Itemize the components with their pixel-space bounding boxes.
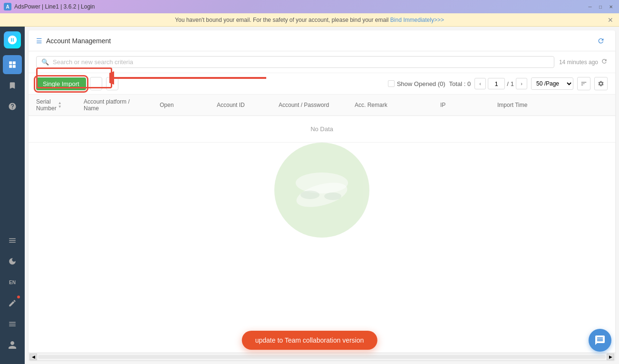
sidebar-item-list[interactable] — [3, 231, 22, 250]
last-refresh-info: 14 minutes ago — [559, 58, 608, 66]
sidebar-item-bookmarks[interactable] — [3, 76, 22, 95]
panel-title: Account Management — [46, 37, 111, 45]
settings-button[interactable] — [594, 77, 608, 90]
sidebar-item-theme[interactable] — [3, 252, 22, 271]
sort-arrows-serial: ▲▼ — [58, 101, 62, 109]
search-icon: 🔍 — [41, 58, 49, 66]
page-input[interactable] — [488, 78, 505, 89]
panel-title-icon: ☰ — [36, 37, 42, 45]
help-icon — [8, 102, 17, 111]
sidebar-item-help[interactable] — [3, 97, 22, 116]
watermark-circle — [274, 143, 369, 238]
search-bar: 🔍 14 minutes ago — [29, 51, 615, 73]
col-import-time: Import Time — [497, 98, 608, 112]
pagination: ‹ / 1 › — [474, 78, 527, 89]
title-bar-left: A AdsPower | Line1 | 3.6.2 | Login — [4, 3, 95, 10]
col-platform: Account platform /Name — [84, 98, 160, 112]
sidebar-item-language[interactable]: EN — [3, 273, 22, 292]
settings-icon — [598, 80, 604, 87]
sidebar-item-menu[interactable] — [3, 315, 22, 334]
col-ip-label: IP — [440, 102, 445, 108]
account-icon — [8, 340, 17, 350]
title-bar-controls: ─ □ ✕ — [586, 2, 615, 11]
scrollbar-right-button[interactable]: ▶ — [607, 354, 614, 360]
search-input-wrapper: 🔍 — [36, 56, 554, 68]
col-import-time-label: Import Time — [497, 102, 527, 108]
show-opened: Show Opened (0) — [388, 80, 445, 87]
sidebar-bottom: EN — [3, 231, 22, 359]
table-header: SerialNumber ▲▼ Account platform /Name O… — [29, 95, 615, 116]
notification-close-icon[interactable]: ✕ — [608, 16, 613, 24]
chat-button[interactable] — [589, 329, 611, 352]
close-button[interactable]: ✕ — [607, 2, 615, 11]
menu-icon — [8, 320, 17, 328]
content-panel: ☰ Account Management 🔍 14 minutes ago — [29, 30, 615, 360]
page-prev-button[interactable]: ‹ — [474, 78, 486, 89]
maximize-button[interactable]: □ — [596, 2, 605, 11]
col-acc-remark: Acc. Remark — [355, 98, 440, 112]
col-account-id-label: Account ID — [217, 102, 245, 108]
no-data-label: No Data — [29, 116, 615, 143]
sidebar-item-dashboard[interactable] — [3, 55, 22, 74]
title-bar-text: AdsPower | Line1 | 3.6.2 | Login — [14, 3, 95, 10]
col-account-id: Account ID — [217, 98, 279, 112]
col-account-password-label: Account / Password — [279, 102, 329, 108]
notification-message: You haven't bound your email. For the sa… — [175, 17, 388, 23]
batch-import-button[interactable] — [90, 77, 102, 90]
bookmark-icon — [8, 81, 17, 90]
panel-refresh-button[interactable] — [594, 34, 608, 48]
search-input[interactable] — [53, 58, 549, 66]
small-refresh-icon — [601, 58, 608, 65]
sidebar-logo — [4, 31, 21, 48]
total-label: Total : 0 — [449, 80, 471, 87]
update-team-button[interactable]: update to Team collaboration version — [242, 331, 377, 350]
total-pages: 1 — [511, 80, 514, 87]
page-separator: / — [507, 80, 509, 87]
col-toggle-icon — [580, 80, 587, 87]
col-open: Open — [160, 98, 217, 112]
svg-point-3 — [324, 192, 341, 200]
col-serial-label: SerialNumber — [36, 98, 57, 112]
chat-icon — [594, 335, 606, 346]
logo-icon — [7, 35, 18, 45]
last-refresh-text: 14 minutes ago — [559, 59, 598, 66]
list-icon — [8, 236, 17, 245]
col-serial: SerialNumber ▲▼ — [36, 98, 84, 112]
refresh-icon — [597, 37, 605, 45]
bind-email-link[interactable]: Bind Immediately>>> — [390, 17, 444, 23]
sidebar-item-edit[interactable] — [3, 294, 22, 313]
edit-notification-dot — [17, 296, 20, 298]
watermark — [29, 143, 615, 238]
column-toggle-button[interactable] — [577, 77, 590, 90]
scrollbar-area: ◀ ▶ — [29, 353, 615, 360]
extra-button[interactable] — [106, 77, 118, 90]
edit-icon — [8, 299, 17, 307]
col-account-password: Account / Password — [279, 98, 355, 112]
title-bar: A AdsPower | Line1 | 3.6.2 | Login ─ □ ✕ — [0, 0, 619, 13]
col-platform-label: Account platform /Name — [84, 98, 130, 112]
show-opened-label: Show Opened (0) — [397, 80, 445, 87]
single-import-button[interactable]: Single Import — [36, 77, 86, 90]
page-next-button[interactable]: › — [516, 78, 527, 89]
sidebar: EN — [0, 27, 25, 364]
show-opened-checkbox[interactable] — [388, 80, 395, 87]
dashboard-icon — [8, 60, 17, 69]
panel-header: ☰ Account Management — [29, 30, 615, 51]
minimize-button[interactable]: ─ — [586, 2, 594, 11]
moon-icon — [8, 257, 17, 266]
sidebar-item-account[interactable] — [3, 335, 22, 354]
col-acc-remark-label: Acc. Remark — [355, 102, 387, 108]
svg-point-2 — [300, 191, 319, 199]
col-ip: IP — [440, 98, 497, 112]
app-layout: EN ☰ Accoun — [0, 27, 619, 364]
toolbar: Single Import Show Opened (0) Total : 0 … — [29, 73, 615, 95]
page-size-select[interactable]: 50 /Page 100 /Page 200 /Page — [531, 77, 573, 90]
table-controls: Show Opened (0) Total : 0 ‹ / 1 › 50 /Pa… — [388, 77, 608, 90]
search-refresh-icon[interactable] — [601, 58, 608, 66]
scrollbar-left-button[interactable]: ◀ — [29, 354, 37, 360]
watermark-logo — [291, 169, 353, 211]
app-logo: A — [4, 3, 11, 10]
main-content: ☰ Account Management 🔍 14 minutes ago — [25, 27, 619, 364]
scrollbar-track[interactable] — [38, 355, 606, 359]
notification-bar: You haven't bound your email. For the sa… — [0, 13, 619, 27]
